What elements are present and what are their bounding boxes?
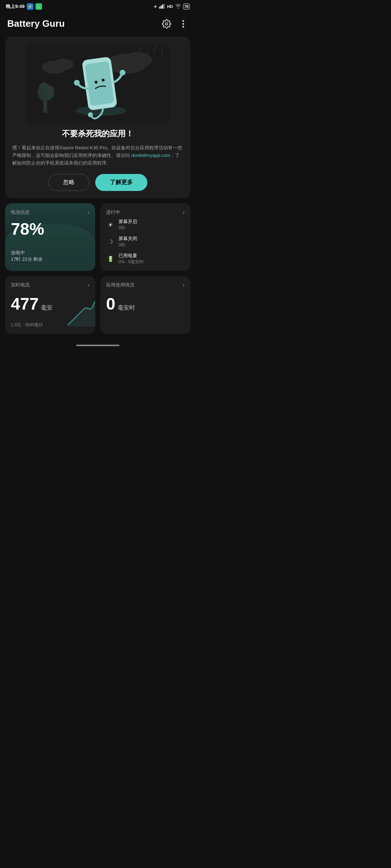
warning-buttons: 忽略 了解更多 bbox=[12, 174, 183, 191]
power-used-text: 已用电量 0% · 0毫安时 bbox=[118, 252, 144, 265]
app-usage-value: 0 bbox=[106, 294, 115, 314]
app-usage-value-row: 0 毫安时 bbox=[106, 291, 185, 314]
status-right: ∗ HD 78 bbox=[154, 4, 190, 10]
in-progress-header: 进行中 › bbox=[106, 209, 185, 216]
realtime-arrow: › bbox=[88, 282, 89, 288]
inprogress-items: ☀ 屏幕开启 0秒 ☽ 屏幕关闭 0秒 🔋 已用电量 bbox=[106, 218, 185, 265]
realtime-current-card[interactable]: 实时电流 › 477 毫安 1.9瓦 · 3940毫伏 bbox=[5, 276, 95, 334]
svg-rect-21 bbox=[43, 110, 48, 113]
realtime-value: 477 bbox=[11, 294, 39, 314]
realtime-curve-chart bbox=[66, 298, 95, 327]
power-used-label: 已用电量 bbox=[118, 252, 144, 259]
svg-point-6 bbox=[182, 23, 184, 25]
top-bar: Battery Guru bbox=[0, 13, 196, 33]
app-icon-blue: ⚡ bbox=[27, 3, 33, 10]
hd-label: HD bbox=[167, 4, 173, 9]
svg-point-7 bbox=[182, 26, 184, 27]
battery-indicator: 78 bbox=[183, 4, 190, 9]
app-usage-unit: 毫安时 bbox=[118, 304, 135, 312]
learn-more-button[interactable]: 了解更多 bbox=[95, 174, 147, 191]
more-button[interactable] bbox=[178, 19, 188, 29]
svg-point-4 bbox=[165, 22, 168, 25]
battery-status: 放电中 bbox=[11, 250, 89, 256]
svg-point-5 bbox=[182, 20, 184, 22]
svg-rect-0 bbox=[159, 7, 160, 9]
screen-on-text: 屏幕开启 0秒 bbox=[118, 218, 137, 231]
svg-rect-3 bbox=[164, 4, 165, 9]
app-icon-green: ↓ bbox=[35, 3, 42, 10]
signal-icon bbox=[159, 4, 165, 10]
screen-on-label: 屏幕开启 bbox=[118, 218, 137, 225]
wifi-icon bbox=[175, 4, 181, 9]
warning-illustration bbox=[12, 44, 183, 123]
realtime-title: 实时电流 bbox=[11, 282, 30, 288]
svg-rect-2 bbox=[162, 4, 163, 9]
battery-info-header: 电池信息 › bbox=[11, 209, 89, 216]
main-content: 不要杀死我的应用！ 嘿！看起来你正在使用Xiaomi Redmi K30 Pro… bbox=[0, 33, 196, 337]
status-time: 晚上9:49 bbox=[6, 3, 25, 10]
dashboard-grid: 电池信息 › 78% 放电中 17时 22分 剩余 进行中 › ☀ 屏幕开启 0… bbox=[5, 203, 190, 334]
battery-remaining: 17时 22分 剩余 bbox=[11, 256, 89, 263]
ignore-button[interactable]: 忽略 bbox=[48, 174, 89, 191]
app-usage-title: 应用使用情况 bbox=[106, 282, 134, 288]
screen-off-value: 0秒 bbox=[118, 242, 137, 248]
screen-off-label: 屏幕关闭 bbox=[118, 235, 137, 242]
svg-rect-1 bbox=[161, 5, 162, 9]
app-usage-header: 应用使用情况 › bbox=[106, 282, 185, 288]
warning-body: 嘿！看起来你正在使用Xiaomi Redmi K30 Pro。此设备对后台应用程… bbox=[12, 144, 183, 167]
in-progress-card[interactable]: 进行中 › ☀ 屏幕开启 0秒 ☽ 屏幕关闭 0秒 bbox=[100, 203, 190, 271]
battery-info-arrow: › bbox=[88, 209, 89, 215]
screen-off-icon: ☽ bbox=[106, 238, 115, 245]
screen-on-icon: ☀ bbox=[106, 221, 115, 229]
svg-point-18 bbox=[53, 59, 73, 70]
top-actions bbox=[161, 19, 188, 29]
in-progress-title: 进行中 bbox=[106, 209, 120, 216]
status-left: 晚上9:49 ⚡ ↓ bbox=[6, 3, 42, 10]
app-title: Battery Guru bbox=[7, 18, 65, 29]
power-used-value: 0% · 0毫安时 bbox=[118, 259, 144, 265]
realtime-unit: 毫安 bbox=[41, 304, 52, 312]
battery-info-card[interactable]: 电池信息 › 78% 放电中 17时 22分 剩余 bbox=[5, 203, 95, 271]
app-usage-arrow: › bbox=[183, 282, 185, 288]
bluetooth-icon: ∗ bbox=[154, 4, 157, 9]
warning-card: 不要杀死我的应用！ 嘿！看起来你正在使用Xiaomi Redmi K30 Pro… bbox=[5, 37, 190, 198]
inprogress-item-screen-on: ☀ 屏幕开启 0秒 bbox=[106, 218, 185, 231]
app-usage-card[interactable]: 应用使用情况 › 0 毫安时 bbox=[100, 276, 190, 334]
status-bar: 晚上9:49 ⚡ ↓ ∗ HD 78 bbox=[0, 0, 196, 13]
in-progress-arrow: › bbox=[183, 209, 185, 215]
screen-off-text: 屏幕关闭 0秒 bbox=[118, 235, 137, 248]
settings-button[interactable] bbox=[161, 19, 172, 29]
dontkillmyapp-link[interactable]: dontkillmyapp.com bbox=[131, 153, 171, 158]
realtime-header: 实时电流 › bbox=[11, 282, 89, 288]
warning-title: 不要杀死我的应用！ bbox=[62, 128, 134, 139]
battery-info-title: 电池信息 bbox=[11, 209, 30, 216]
realtime-sub: 1.9瓦 · 3940毫伏 bbox=[11, 322, 43, 328]
inprogress-item-screen-off: ☽ 屏幕关闭 0秒 bbox=[106, 235, 185, 248]
screen-on-value: 0秒 bbox=[118, 225, 137, 231]
bottom-nav-indicator bbox=[76, 345, 119, 346]
battery-percentage: 78% bbox=[11, 219, 89, 239]
inprogress-item-power-used: 🔋 已用电量 0% · 0毫安时 bbox=[106, 252, 185, 265]
power-used-icon: 🔋 bbox=[106, 256, 115, 262]
